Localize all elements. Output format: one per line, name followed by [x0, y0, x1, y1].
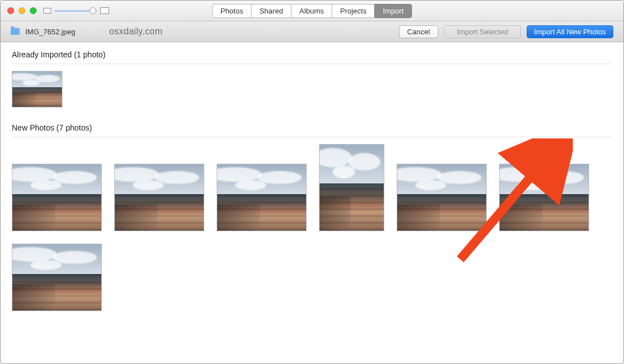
cancel-button[interactable]: Cancel — [399, 25, 438, 38]
import-all-new-photos-button[interactable]: Import All New Photos — [527, 25, 613, 38]
title-bar: PhotosSharedAlbumsProjectsImport — [1, 1, 623, 21]
window-fullscreen-button[interactable] — [30, 7, 37, 14]
tab-shared[interactable]: Shared — [251, 4, 291, 18]
tab-import[interactable]: Import — [374, 4, 412, 18]
photo-thumbnail[interactable] — [397, 164, 487, 231]
thumbnail-large-icon — [100, 7, 109, 14]
tab-albums[interactable]: Albums — [291, 4, 331, 18]
import-content: Already Imported (1 photo) New Photos (7… — [1, 42, 623, 363]
tab-projects[interactable]: Projects — [331, 4, 374, 18]
watermark-text: osxdaily.com — [109, 26, 163, 37]
photo-thumbnail[interactable] — [12, 244, 102, 311]
new-photos-heading: New Photos (7 photos) — [12, 123, 612, 132]
section-divider — [12, 64, 612, 64]
folder-icon — [11, 28, 20, 35]
thumbnail-size-control — [43, 7, 109, 14]
thumbnail-size-slider[interactable] — [55, 10, 97, 12]
photo-thumbnail[interactable] — [499, 164, 589, 231]
import-source-filename: IMG_7652.jpeg — [25, 28, 75, 36]
app-window: PhotosSharedAlbumsProjectsImport IMG_765… — [0, 0, 624, 364]
section-divider — [12, 137, 612, 137]
photo-thumbnail[interactable] — [114, 164, 204, 231]
photo-thumbnail[interactable] — [217, 164, 307, 231]
import-selected-button[interactable]: Import Selected — [444, 25, 521, 38]
photo-thumbnail[interactable] — [12, 164, 102, 231]
new-photos-grid — [12, 144, 612, 311]
photo-thumbnail[interactable] — [12, 71, 62, 107]
window-close-button[interactable] — [7, 7, 14, 14]
thumbnail-small-icon — [43, 8, 51, 14]
already-imported-heading: Already Imported (1 photo) — [12, 50, 612, 59]
tab-photos[interactable]: Photos — [212, 4, 251, 18]
photo-thumbnail[interactable] — [319, 144, 384, 231]
slider-thumb[interactable] — [89, 7, 96, 14]
import-toolbar: IMG_7652.jpeg osxdaily.com Cancel Import… — [1, 21, 623, 42]
view-tabs: PhotosSharedAlbumsProjectsImport — [212, 4, 412, 18]
window-minimize-button[interactable] — [19, 7, 25, 14]
window-controls — [7, 7, 37, 14]
already-imported-grid — [12, 71, 612, 107]
